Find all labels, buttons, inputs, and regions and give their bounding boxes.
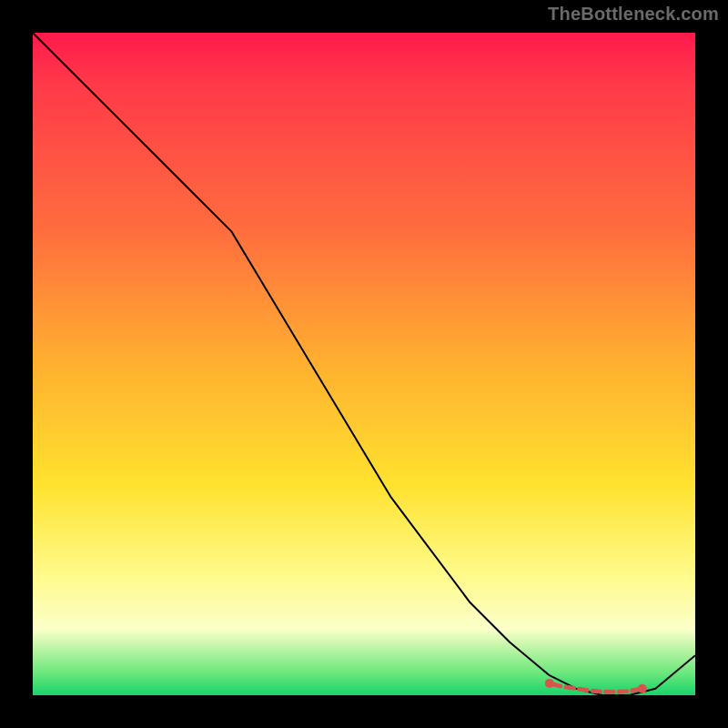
svg-point-11 [612,690,616,694]
svg-line-8 [592,691,597,692]
svg-line-6 [580,689,584,690]
plot-svg [33,33,695,695]
svg-line-2 [552,684,557,685]
svg-point-9 [598,690,602,694]
plot-area [33,33,695,695]
svg-point-13 [624,689,629,693]
svg-point-7 [584,688,589,693]
svg-line-14 [632,690,637,691]
main-curve [33,33,695,695]
svg-point-3 [558,683,562,688]
chart-frame: TheBottleneck.com [0,0,728,728]
svg-point-15 [638,687,642,692]
svg-line-4 [566,687,571,688]
attribution-label: TheBottleneck.com [548,4,719,25]
svg-point-5 [571,686,576,691]
